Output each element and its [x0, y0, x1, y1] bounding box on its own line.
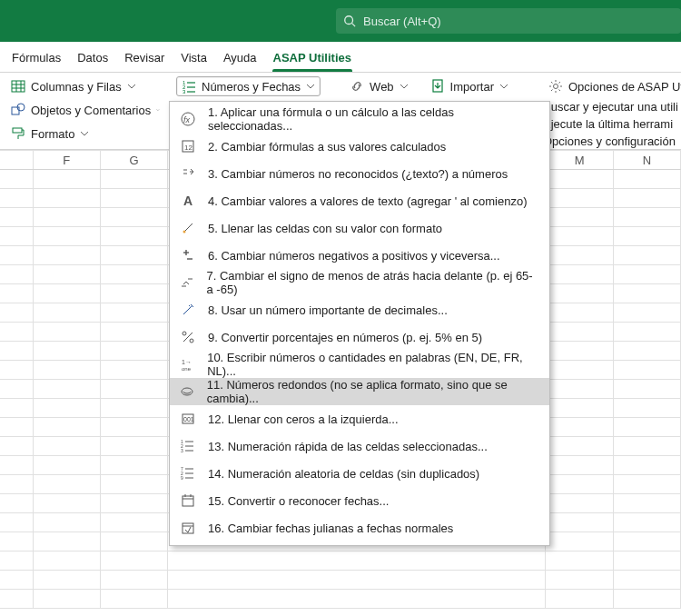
svg-text:9: 9 [181, 475, 183, 481]
tab-ayuda[interactable]: Ayuda [215, 45, 265, 72]
tab-vista[interactable]: Vista [173, 45, 215, 72]
columnas-filas-label: Columnas y Filas [31, 80, 122, 94]
minus-swap-icon [179, 273, 196, 292]
menu-item-2[interactable]: 122. Cambiar fórmulas a sus valores calc… [170, 133, 549, 160]
search-box[interactable]: Buscar (Alt+Q) [336, 8, 681, 34]
svg-text:3: 3 [181, 448, 183, 453]
import-icon [430, 79, 445, 94]
menu-item-label: 3. Cambiar números no reconocidos (¿text… [208, 167, 508, 181]
ejecute-ultima-link[interactable]: Ejecute la última herrami [543, 115, 681, 133]
svg-text:12: 12 [184, 144, 192, 152]
svg-line-1 [352, 24, 356, 27]
importar-button[interactable]: Importar [425, 76, 514, 96]
menu-item-4[interactable]: A4. Cambiar valores a valores de texto (… [170, 187, 549, 214]
svg-point-22 [183, 231, 186, 233]
menu-item-6[interactable]: 6. Cambiar números negativos a positivos… [170, 242, 549, 269]
colhead-M[interactable]: M [546, 150, 613, 169]
opciones-asap-button[interactable]: Opciones de ASAP Utilitie [543, 76, 681, 96]
svg-rect-2 [12, 81, 25, 92]
ribbon-group-left: Columnas y Filas Objetos y Comentarios F… [0, 73, 171, 149]
menu-item-label: 7. Cambiar el signo de menos de atrás ha… [207, 269, 540, 296]
menu-item-8[interactable]: 8. Usar un número importante de decimale… [170, 296, 549, 323]
svg-rect-48 [183, 496, 193, 506]
menu-item-3[interactable]: 3. Cambiar números no reconocidos (¿text… [170, 160, 549, 187]
columnas-filas-button[interactable]: Columnas y Filas [5, 76, 165, 96]
shapes-icon [11, 103, 25, 117]
menu-item-label: 11. Números redondos (no se aplica forma… [207, 378, 540, 405]
fx-icon: fx [179, 110, 197, 128]
leading-zeros-icon: 001 [179, 410, 197, 428]
menu-item-label: 2. Cambiar fórmulas a sus valores calcul… [208, 140, 446, 154]
formato-button[interactable]: Formato [5, 124, 165, 144]
svg-point-28 [183, 332, 186, 335]
colhead-F[interactable]: F [34, 150, 101, 169]
menu-item-5[interactable]: 5. Llenar las celdas con su valor con fo… [170, 214, 549, 242]
percent-icon [179, 328, 197, 346]
menu-item-14[interactable]: 72914. Numeración aleatoria de celdas (s… [170, 460, 549, 487]
tab-formulas[interactable]: Fórmulas [4, 45, 69, 72]
ribbon-group-right: Opciones de ASAP Utilitie Buscar y ejecu… [538, 73, 681, 149]
buscar-ejecutar-link[interactable]: Buscar y ejecutar una utili [543, 98, 681, 115]
formato-label: Formato [31, 127, 74, 141]
menu-item-10[interactable]: 1→one10. Escribir números o cantidades e… [170, 351, 549, 378]
svg-text:fx: fx [183, 115, 191, 124]
menu-item-label: 12. Llenar con ceros a la izquierda... [208, 412, 399, 426]
numeros-fechas-button[interactable]: 123 Números y Fechas [176, 76, 321, 96]
svg-text:1→: 1→ [182, 359, 192, 365]
menu-item-13[interactable]: 12313. Numeración rápida de las celdas s… [170, 432, 549, 460]
web-label: Web [370, 80, 394, 94]
random-icon: 729 [179, 464, 197, 482]
brush-icon [179, 219, 197, 237]
menu-item-label: 1. Aplicar una fórmula o un cálculo a la… [208, 105, 540, 133]
svg-point-0 [345, 16, 353, 25]
convert-number-icon [179, 164, 197, 183]
spell-icon: 1→one [179, 355, 196, 373]
svg-rect-9 [13, 128, 22, 133]
menu-item-label: 6. Cambiar números negativos a positivos… [208, 249, 500, 263]
menu-item-12[interactable]: 00112. Llenar con ceros a la izquierda..… [170, 405, 549, 432]
menu-item-label: 13. Numeración rápida de las celdas sele… [208, 440, 488, 453]
numeros-fechas-menu: fx1. Aplicar una fórmula o un cálculo a … [169, 101, 550, 546]
menu-item-1[interactable]: fx1. Aplicar una fórmula o un cálculo a … [170, 105, 549, 133]
svg-text:one: one [182, 366, 192, 372]
gear-icon [548, 79, 563, 94]
numeros-fechas-label: Números y Fechas [202, 80, 301, 94]
title-bar: Buscar (Alt+Q) [0, 0, 681, 42]
menu-item-11[interactable]: 11. Números redondos (no se aplica forma… [170, 378, 549, 405]
tab-datos[interactable]: Datos [69, 45, 116, 72]
plusminus-icon [179, 246, 197, 264]
menu-item-label: 8. Usar un número importante de decimale… [208, 303, 448, 317]
wand-icon [179, 301, 197, 319]
chevron-down-icon [499, 82, 508, 91]
search-icon [343, 15, 356, 27]
ribbon-tabs: Fórmulas Datos Revisar Vista Ayuda ASAP … [0, 42, 681, 73]
colhead-N[interactable]: N [614, 150, 681, 169]
chevron-down-icon [80, 129, 89, 138]
menu-item-label: 16. Cambiar fechas julianas a fechas nor… [208, 522, 453, 535]
menu-item-16[interactable]: 16. Cambiar fechas julianas a fechas nor… [170, 514, 549, 541]
svg-point-29 [190, 339, 193, 343]
menu-item-15[interactable]: 15. Convertir o reconocer fechas... [170, 487, 549, 514]
text-a-icon: A [179, 192, 197, 210]
importar-label: Importar [450, 80, 494, 94]
opciones-config-link[interactable]: Opciones y configuración [543, 133, 681, 150]
menu-item-9[interactable]: 9. Convertir porcentajes en números (p. … [170, 323, 549, 351]
svg-rect-7 [12, 107, 19, 114]
round-icon [179, 383, 196, 401]
tab-asap-utilities[interactable]: ASAP Utilities [265, 45, 360, 72]
link-icon [350, 79, 364, 94]
colhead-blank[interactable] [0, 150, 34, 169]
colhead-G[interactable]: G [101, 150, 168, 169]
table-icon [11, 79, 25, 94]
menu-item-label: 14. Numeración aleatoria de celdas (sin … [208, 467, 479, 481]
web-button[interactable]: Web [344, 76, 414, 96]
svg-text:3: 3 [183, 89, 186, 94]
chevron-down-icon [306, 82, 315, 91]
menu-item-label: 4. Cambiar valores a valores de texto (a… [208, 194, 527, 208]
menu-item-7[interactable]: 7. Cambiar el signo de menos de atrás ha… [170, 269, 549, 296]
calendar-icon [179, 492, 197, 510]
tab-revisar[interactable]: Revisar [116, 45, 173, 72]
values-icon: 12 [179, 137, 197, 155]
objetos-comentarios-button[interactable]: Objetos y Comentarios [5, 100, 165, 120]
search-placeholder: Buscar (Alt+Q) [363, 15, 441, 28]
